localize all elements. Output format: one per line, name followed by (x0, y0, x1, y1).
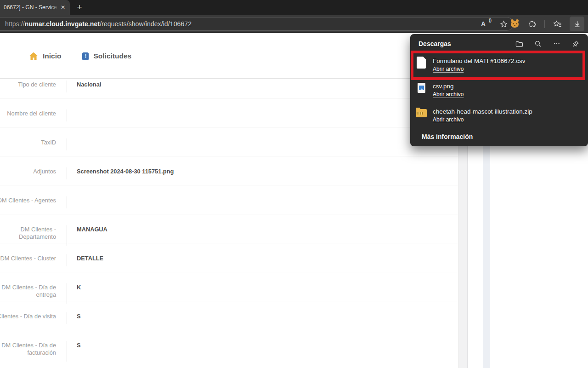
field-row-dm-dia-visita: DM Clientes - Día de visita S (0, 301, 458, 330)
field-label: DM Clientes - Día de facturación (1, 342, 56, 356)
browser-window: 06672] - GN - Service ✕ + https://numar.… (0, 0, 588, 368)
address-bar[interactable]: https://numar.cloud.invgate.net/requests… (0, 17, 514, 31)
field-row-tipo-de-cliente: Tipo de cliente Nacional (0, 79, 458, 98)
field-row-dm-cluster: DM Clientes - Cluster DETALLE (0, 243, 458, 272)
tab-title: 06672] - GN - Service (4, 4, 59, 11)
open-file-link[interactable]: Abrir archivo (433, 66, 464, 72)
field-label: TaxID (41, 139, 56, 146)
request-fields: Tipo de cliente Nacional Nombre del clie… (0, 79, 458, 359)
field-value: S (77, 342, 458, 349)
field-label: DM Clientes - Día de entrega (1, 284, 56, 298)
field-label: DM Clientes - Agentes (0, 197, 56, 204)
url-scheme: https:// (5, 20, 25, 28)
field-row-dm-departamento: DM Clientes - Departamento MANAGUA (0, 214, 458, 243)
field-value-attachment[interactable]: Screenshot 2024-08-30 115751.png (77, 168, 458, 175)
open-downloads-folder-icon[interactable] (514, 39, 524, 49)
download-item-csv[interactable]: Formulario del MATI #106672.csv Abrir ar… (410, 52, 588, 78)
search-downloads-icon[interactable] (533, 39, 543, 49)
field-row-taxid: TaxID (0, 127, 458, 156)
browser-toolbar: https://numar.cloud.invgate.net/requests… (0, 15, 588, 33)
toolbar-divider (544, 20, 545, 28)
nav-label-solicitudes: Solicitudes (93, 52, 131, 60)
image-file-icon (416, 81, 427, 95)
tab-bar: 06672] - GN - Service ✕ + (0, 0, 588, 15)
field-label: Adjuntos (33, 168, 56, 175)
cheetah-extension-icon[interactable] (509, 19, 520, 29)
request-document-icon: ! (82, 52, 89, 60)
field-label: DM Clientes - Cluster (0, 255, 56, 262)
downloads-panel: Descargas (410, 34, 588, 146)
zip-folder-icon (416, 107, 427, 121)
field-value (77, 197, 458, 204)
collections-icon[interactable] (552, 19, 562, 29)
open-file-link[interactable]: Abrir archivo (433, 91, 464, 98)
nav-item-solicitudes[interactable]: ! Solicitudes (82, 52, 131, 60)
downloads-more-info-link[interactable]: Más información (410, 128, 588, 140)
tab-close-icon[interactable]: ✕ (59, 3, 67, 12)
home-icon (29, 52, 38, 60)
field-value: DETALLE (77, 255, 458, 262)
browser-tab[interactable]: 06672] - GN - Service ✕ (0, 0, 70, 15)
url-domain: numar.cloud.invgate.net (25, 20, 100, 28)
field-value: MANAGUA (77, 226, 458, 233)
nav-label-inicio: Inicio (43, 52, 61, 60)
field-row-nombre-del-cliente: Nombre del cliente (0, 98, 458, 127)
field-value (77, 110, 458, 117)
field-value: S (77, 313, 458, 320)
read-aloud-icon[interactable]: A)) (478, 19, 488, 29)
csv-file-icon (416, 56, 427, 70)
downloads-panel-title: Descargas (418, 40, 514, 47)
open-file-link[interactable]: Abrir archivo (433, 116, 464, 123)
downloads-button[interactable] (570, 17, 584, 31)
pin-panel-icon[interactable] (571, 39, 581, 49)
new-tab-button[interactable]: + (74, 2, 85, 13)
url-path: /requests/show/index/id/106672 (100, 20, 192, 28)
download-file-name: cheetah-head-mascot-illustration.zip (433, 108, 532, 115)
field-value (77, 139, 458, 146)
field-label: DM Clientes - Departamento (19, 226, 56, 240)
field-label: Nombre del cliente (7, 110, 56, 117)
download-item-zip[interactable]: cheetah-head-mascot-illustration.zip Abr… (410, 103, 588, 128)
nav-item-inicio[interactable]: Inicio (29, 52, 61, 60)
favorite-star-icon[interactable] (498, 19, 509, 29)
download-file-name: csv.png (433, 83, 464, 90)
field-row-dm-dia-entrega: DM Clientes - Día de entrega K (0, 272, 458, 301)
field-row-dm-dia-facturacion: DM Clientes - Día de facturación S (0, 330, 458, 359)
field-label: DM Clientes - Día de visita (0, 313, 56, 320)
download-item-png[interactable]: csv.png Abrir archivo (410, 78, 588, 103)
url-text[interactable]: https://numar.cloud.invgate.net/requests… (5, 20, 192, 28)
site-nav: Inicio ! Solicitudes (0, 34, 458, 79)
download-file-name: Formulario del MATI #106672.csv (433, 58, 526, 64)
field-row-adjuntos: Adjuntos Screenshot 2024-08-30 115751.pn… (0, 156, 458, 185)
field-value: Nacional (77, 81, 458, 88)
extensions-icon[interactable] (527, 19, 537, 29)
field-label: Tipo de cliente (18, 81, 56, 88)
field-row-dm-agentes: DM Clientes - Agentes (0, 185, 458, 214)
field-value: K (77, 284, 458, 291)
more-options-icon[interactable] (552, 39, 562, 49)
